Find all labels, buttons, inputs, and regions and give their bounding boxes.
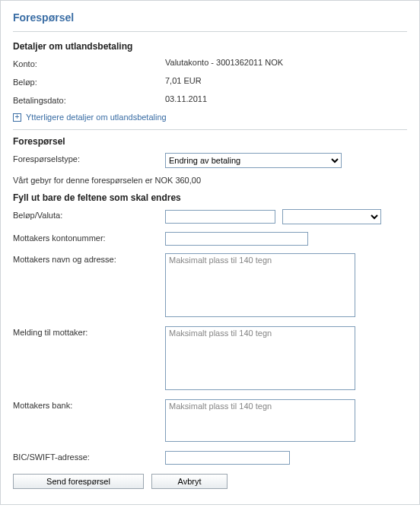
button-row: Send forespørsel Avbryt [13,474,407,489]
row-request-type: Forespørselstype: Endring av betaling [13,153,407,168]
value-date: 03.11.2011 [165,94,207,103]
currency-select[interactable] [282,209,381,224]
row-amount: Beløp: 7,01 EUR [13,76,407,87]
label-amount: Beløp: [13,76,165,87]
send-request-button[interactable]: Send forespørsel [13,474,144,489]
recipient-bank-textarea[interactable] [165,399,355,442]
label-form-name: Mottakers navn og adresse: [13,253,165,264]
row-account: Konto: Valutakonto - 3001362011 NOK [13,58,407,68]
label-request-type: Forespørselstype: [13,153,165,163]
request-type-select[interactable]: Endring av betaling [165,153,342,168]
row-form-account: Mottakers kontonummer: [13,232,407,246]
label-form-bic: BIC/SWIFT-adresse: [13,451,165,462]
row-form-message: Melding til mottaker: [13,326,407,392]
value-account: Valutakonto - 3001362011 NOK [165,58,283,67]
row-form-bank: Mottakers bank: [13,399,407,443]
row-form-bic: BIC/SWIFT-adresse: [13,451,407,465]
recipient-account-input[interactable] [165,232,308,246]
bic-swift-input[interactable] [165,451,290,465]
expand-details-label: Ytterligere detaljer om utlandsbetaling [26,113,167,122]
amount-input[interactable] [165,210,275,224]
plus-icon: + [13,113,21,122]
recipient-name-textarea[interactable] [165,253,355,317]
page-title: Forespørsel [13,8,407,32]
page-container: Forespørsel Detaljer om utlandsbetaling … [0,0,420,505]
row-form-name: Mottakers navn og adresse: [13,253,407,319]
value-amount: 7,01 EUR [165,76,202,85]
form-heading: Fyll ut bare de feltene som skal endres [13,192,407,203]
fee-text: Vårt gebyr for denne forespørselen er NO… [13,176,407,185]
expand-details-link[interactable]: + Ytterligere detaljer om utlandsbetalin… [13,113,407,122]
row-date: Betalingsdato: 03.11.2011 [13,94,407,105]
label-account: Konto: [13,58,165,68]
details-heading: Detaljer om utlandsbetaling [13,41,407,52]
label-form-message: Melding til mottaker: [13,326,165,337]
message-textarea[interactable] [165,326,355,390]
row-form-amount: Beløp/Valuta: [13,209,407,224]
label-form-amount: Beløp/Valuta: [13,209,165,220]
divider [13,129,407,130]
request-heading: Forespørsel [13,136,407,147]
cancel-button[interactable]: Avbryt [151,474,228,489]
label-form-account: Mottakers kontonummer: [13,232,165,243]
label-date: Betalingsdato: [13,94,165,105]
label-form-bank: Mottakers bank: [13,399,165,410]
